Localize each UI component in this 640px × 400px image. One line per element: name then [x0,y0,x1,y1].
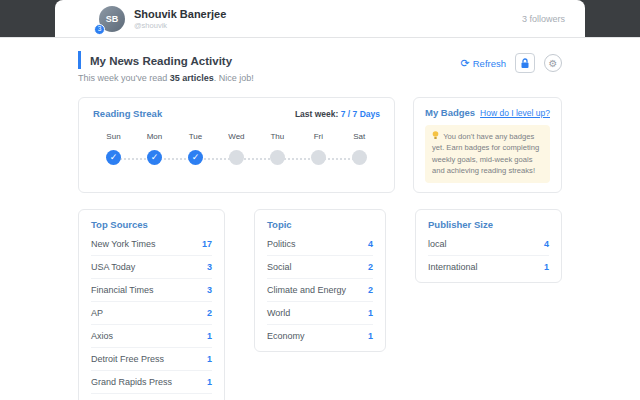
followers-count: 3 followers [522,14,571,24]
topic-count: 1 [368,331,373,341]
source-count: 3 [207,285,212,295]
settings-icon-button[interactable]: ⚙ [544,54,562,72]
day-label: Thu [270,132,284,141]
topic-name: Politics [267,239,296,249]
source-row: AP 2 [91,302,212,325]
articles-count: 35 articles [170,73,214,83]
topic-row: World 1 [267,302,373,325]
topic-row: Social 2 [267,256,373,279]
top-sources-title: Top Sources [91,219,212,230]
my-badges-title: My Badges [425,107,475,118]
page-title: My News Reading Activity [90,55,232,67]
avatar: SB 3 [99,6,125,32]
topic-list: Politics 4 Social 2 Climate and Energy 2 [267,233,373,347]
day-label: Fri [314,132,323,141]
source-count: 2 [207,308,212,318]
reading-streak-title: Reading Streak [93,108,162,119]
day-check-circle [311,150,326,165]
profile-handle: @shouvik [134,21,226,30]
source-row: New York Times 17 [91,233,212,256]
badges-message: You don't have any badges yet. Earn badg… [432,132,539,175]
last-week-label: Last week: [295,109,338,119]
publisher-row: International 1 [428,256,549,278]
source-name: AP [91,308,103,318]
source-name: Axios [91,331,113,341]
summary-suffix: . Nice job! [214,73,254,83]
publisher-count: 1 [544,262,549,272]
source-count: 17 [202,239,212,249]
lightbulb-icon [432,132,441,141]
top-dark-strip: SB 3 Shouvik Banerjee @shouvik 3 followe… [0,0,640,37]
source-row: Axios 1 [91,325,212,348]
source-count: 1 [207,377,212,387]
activity-toolbar: My News Reading Activity This week you'v… [78,51,562,83]
topic-name: Climate and Energy [267,285,346,295]
profile-header: SB 3 Shouvik Banerjee @shouvik 3 followe… [55,0,585,37]
publisher-size-title: Publisher Size [428,219,549,230]
topic-row: Politics 4 [267,233,373,256]
level-up-link[interactable]: How do I level up? [480,108,550,118]
refresh-label: Refresh [473,58,506,69]
refresh-icon: ⟳ [461,57,470,70]
day-check-circle: ✓ [147,150,162,165]
profile-name: Shouvik Banerjee [134,8,226,20]
streak-days: Sun ✓ Mon ✓ Tue ✓ Wed [93,132,380,165]
source-count: 1 [207,331,212,341]
day-label: Sat [353,132,365,141]
my-badges-card: My Badges How do I level up? You don't h… [413,97,562,193]
day-label: Sun [106,132,120,141]
source-name: USA Today [91,262,135,272]
topic-row: Economy 1 [267,325,373,347]
source-name: Financial Times [91,285,154,295]
day-check-circle: ✓ [188,150,203,165]
last-week-stat: Last week: 7 / 7 Days [295,109,380,119]
source-count: 3 [207,262,212,272]
source-row: Financial Times 3 [91,279,212,302]
topic-title: Topic [267,219,373,230]
source-name: New York Times [91,239,156,249]
publisher-type: local [428,239,447,249]
refresh-button[interactable]: ⟳ Refresh [461,57,506,70]
source-row: Grand Rapids Press 1 [91,371,212,394]
topic-count: 2 [368,285,373,295]
lock-icon-button[interactable] [515,53,535,73]
day-label: Tue [189,132,203,141]
top-cards-row: Reading Streak Last week: 7 / 7 Days Sun… [78,97,562,193]
main-content: My News Reading Activity This week you'v… [78,38,562,400]
badges-tip: You don't have any badges yet. Earn badg… [425,125,550,183]
publisher-count: 4 [544,239,549,249]
topic-row: Climate and Energy 2 [267,279,373,302]
publisher-size-card: Publisher Size local 4 International 1 [415,209,562,283]
profile-identity: Shouvik Banerjee @shouvik [134,8,226,30]
weekly-summary: This week you've read 35 articles. Nice … [78,73,254,83]
streak-day: Sat [339,132,380,165]
lock-icon [520,58,530,69]
toolbar-actions: ⟳ Refresh ⚙ [461,51,562,73]
topic-name: Social [267,262,292,272]
top-sources-list: New York Times 17 USA Today 3 Financial … [91,233,212,400]
source-name: Grand Rapids Press [91,377,172,387]
topic-count: 4 [368,239,373,249]
streak-day: Mon ✓ [134,132,175,165]
streak-day: Wed [216,132,257,165]
last-week-value: 7 / 7 Days [341,109,380,119]
publisher-type: International [428,262,478,272]
publisher-size-list: local 4 International 1 [428,233,549,278]
summary-prefix: This week you've read [78,73,170,83]
source-count: 1 [207,354,212,364]
publisher-row: local 4 [428,233,549,256]
streak-day: Sun ✓ [93,132,134,165]
source-row: Detroit Free Press 1 [91,348,212,371]
day-check-circle [352,150,367,165]
streak-day: Tue ✓ [175,132,216,165]
day-check-circle: ✓ [106,150,121,165]
day-check-circle [229,150,244,165]
gear-icon: ⚙ [549,58,558,69]
source-name: Detroit Free Press [91,354,164,364]
streak-day: Fri [298,132,339,165]
avatar-count-badge: 3 [94,24,105,35]
topic-name: World [267,308,290,318]
day-label: Wed [228,132,244,141]
source-row: Reuters 1 [91,394,212,400]
source-row: USA Today 3 [91,256,212,279]
